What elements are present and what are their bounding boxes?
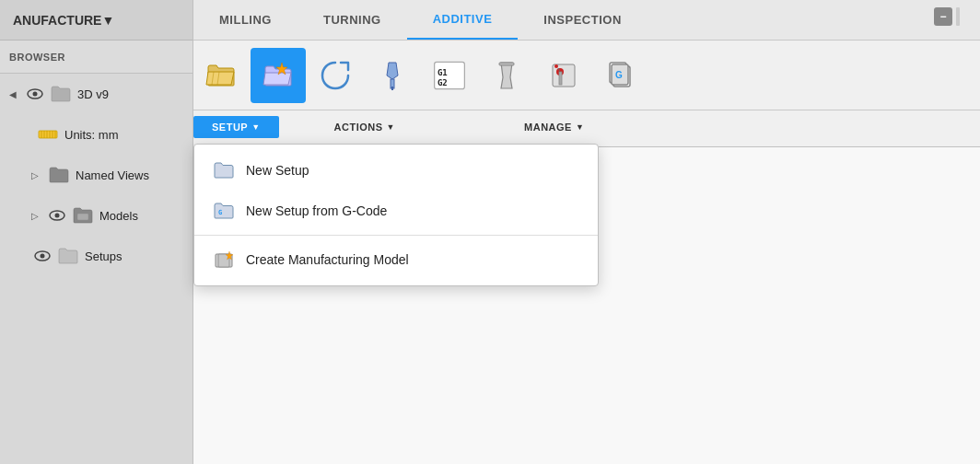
svg-text:G: G (218, 209, 222, 216)
stock-icon-btn[interactable] (479, 48, 534, 103)
models-eye-icon[interactable] (48, 206, 66, 225)
dropdown-item-new-setup[interactable]: New Setup (194, 150, 598, 191)
tab-additive[interactable]: ADDITIVE (407, 0, 519, 40)
models-chevron: ▷ (28, 208, 42, 223)
create-mfg-label: Create Manufacturing Model (246, 252, 409, 267)
group-label-row: SETUP ▼ ACTIONS ▼ MANAGE ▼ − (193, 110, 980, 144)
toolbar: MILLING TURNING ADDITIVE INSPECTION (193, 0, 980, 147)
ruler-icon (37, 123, 59, 145)
turning-icon-1[interactable] (308, 48, 363, 103)
dropdown-item-create-mfg[interactable]: Create Manufacturing Model (194, 239, 598, 280)
manufacture-arrow: ▼ (101, 13, 114, 28)
new-setup-label: New Setup (246, 163, 309, 178)
new-setup-icon-btn[interactable] (251, 48, 306, 103)
browser-item-units[interactable]: Units: mm (0, 114, 192, 155)
tab-row: MILLING TURNING ADDITIVE INSPECTION (193, 0, 980, 41)
tab-turning[interactable]: TURNING (298, 0, 407, 40)
scroll-widget: − (934, 6, 971, 28)
svg-rect-21 (499, 63, 514, 65)
browser-item-3dv9[interactable]: ◀ 3D v9 (0, 74, 192, 114)
manage-group-label[interactable]: MANAGE ▼ (414, 116, 602, 138)
actions-dropdown-arrow: ▼ (387, 122, 395, 132)
manage-dropdown-arrow: ▼ (576, 122, 584, 132)
browser-item-setups[interactable]: Setups (0, 236, 192, 276)
setups-folder-icon (57, 245, 79, 267)
tab-milling[interactable]: MILLING (193, 0, 298, 40)
svg-rect-11 (77, 214, 88, 220)
svg-marker-15 (387, 63, 398, 79)
item-label-units: Units: mm (64, 128, 119, 142)
setup-dropdown-arrow: ▼ (251, 122, 260, 132)
open-folder-btn[interactable] (193, 48, 249, 103)
scroll-divider (956, 7, 960, 26)
item-label-3dv9: 3D v9 (77, 87, 109, 101)
new-setup-gcode-icon: G (213, 200, 235, 222)
named-views-chevron: ▷ (28, 168, 42, 182)
folder-icon (50, 83, 72, 105)
manufacture-label: ANUFACTURE (13, 13, 101, 28)
browser-item-models[interactable]: ▷ Models (0, 195, 192, 236)
sidebar: ANUFACTURE▼ BROWSER ◀ 3D v9 Units: mm ▷ … (0, 0, 193, 464)
icon-row: G1 G2 (193, 41, 980, 110)
svg-text:G1: G1 (438, 68, 448, 77)
svg-point-1 (33, 92, 38, 97)
setups-eye-icon[interactable] (33, 247, 52, 265)
setup-group-label[interactable]: SETUP ▼ (193, 116, 279, 138)
item-label-setups: Setups (85, 249, 122, 263)
item-label-named-views: Named Views (76, 168, 149, 182)
dropdown-separator (194, 235, 598, 236)
item-label-models: Models (99, 209, 138, 223)
new-setup-gcode-label: New Setup from G-Code (246, 203, 387, 218)
browser-label: BROWSER (0, 41, 192, 74)
copy-icon-btn[interactable]: G (593, 48, 648, 103)
tab-inspection[interactable]: INSPECTION (518, 0, 647, 40)
create-mfg-icon (213, 249, 235, 271)
chevron-icon: ◀ (6, 87, 20, 101)
svg-text:G: G (615, 70, 623, 80)
setup-dropdown-menu: New Setup G New Setup from G-Code Create… (193, 144, 599, 286)
new-setup-dropdown-icon (213, 159, 235, 181)
manufacture-menu[interactable]: ANUFACTURE▼ (0, 0, 192, 41)
svg-rect-24 (559, 72, 562, 85)
actions-group-label[interactable]: ACTIONS ▼ (279, 116, 414, 138)
drill-icon-btn[interactable] (365, 48, 420, 103)
g1g2-icon-btn[interactable]: G1 G2 (422, 48, 477, 103)
toolpath-icon-btn[interactable] (536, 48, 591, 103)
svg-point-25 (554, 64, 558, 68)
named-views-folder-icon (48, 164, 70, 186)
eye-icon[interactable] (26, 85, 44, 103)
models-folder-icon (72, 204, 94, 226)
dropdown-item-new-setup-gcode[interactable]: G New Setup from G-Code (194, 191, 598, 231)
svg-text:G2: G2 (438, 77, 448, 87)
browser-item-named-views[interactable]: ▷ Named Views (0, 155, 192, 195)
svg-point-13 (41, 254, 45, 259)
svg-point-10 (55, 214, 60, 218)
scroll-minus-btn[interactable]: − (934, 7, 952, 26)
